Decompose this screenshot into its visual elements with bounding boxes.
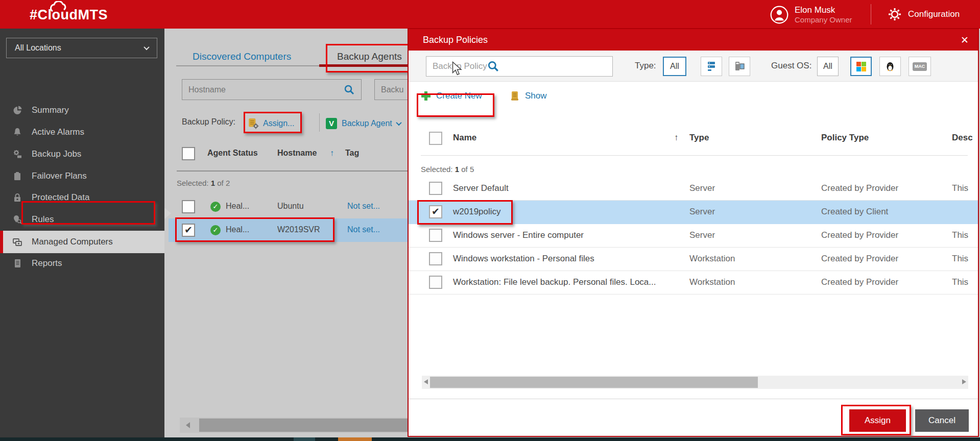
report-doc-icon	[12, 258, 22, 268]
user-avatar-icon	[770, 6, 788, 24]
type-all-button[interactable]: All	[663, 57, 686, 76]
tab-discovered-computers[interactable]: Discovered Computers	[193, 51, 291, 62]
guest-os-all-button[interactable]: All	[817, 57, 839, 76]
scroll-icon	[510, 91, 520, 101]
computers-table-body: Heal... Ubuntu Not set... Heal... W2019S…	[169, 195, 409, 242]
sort-ascending-icon[interactable]: ↑	[330, 149, 334, 158]
policy-row[interactable]: w2019policy Server Created by Client	[409, 201, 978, 224]
policy-description-cell: This	[952, 277, 975, 287]
sidebar-item-label: Reports	[32, 258, 62, 268]
scrollbar-thumb[interactable]	[430, 377, 758, 388]
row-checkbox[interactable]	[182, 224, 195, 237]
col-type[interactable]: Type	[689, 133, 709, 143]
scroll-left-icon[interactable]	[424, 379, 428, 384]
sidebar-item-label: Summary	[32, 105, 69, 115]
taskbar-sliver	[0, 437, 980, 441]
sidebar-item-reports[interactable]: Reports	[0, 253, 164, 274]
policy-type-cell: Workstation	[689, 277, 735, 287]
policy-row[interactable]: Windows workstation - Personal files Wor…	[409, 248, 978, 271]
location-selector[interactable]: All Locations	[6, 38, 157, 58]
select-all-checkbox[interactable]	[182, 147, 195, 160]
sidebar-item-label: Managed Computers	[32, 237, 113, 247]
col-policy-type[interactable]: Policy Type	[821, 133, 869, 143]
col-hostname[interactable]: Hostname	[277, 149, 317, 158]
scrollbar-thumb[interactable]	[199, 419, 408, 432]
sidebar-item-rules[interactable]: Rules	[0, 209, 164, 230]
computers-table-header: Agent Status Hostname ↑ Tag	[169, 147, 409, 162]
windows-icon	[856, 61, 867, 72]
guest-os-mac-button[interactable]: MAC	[909, 57, 931, 76]
col-description[interactable]: Desc	[952, 133, 975, 143]
sidebar-item-failover-plans[interactable]: Failover Plans	[0, 165, 164, 187]
mouse-cursor	[451, 61, 465, 77]
computers-icon	[12, 237, 22, 247]
sidebar-item-summary[interactable]: Summary	[0, 100, 164, 121]
row-checkbox[interactable]	[429, 229, 442, 242]
tag-link[interactable]: Not set...	[347, 225, 380, 234]
sidebar-item-protected-data[interactable]: Protected Data	[0, 187, 164, 208]
scroll-right-icon[interactable]	[962, 379, 966, 384]
policy-row[interactable]: Workstation: File level backup. Personal…	[409, 271, 978, 295]
row-checkbox[interactable]	[429, 205, 442, 218]
type-server-button[interactable]	[701, 57, 722, 76]
create-new-button[interactable]: Create New	[421, 91, 482, 101]
policy-row[interactable]: Windows server - Entire computer Server …	[409, 224, 978, 248]
gear-icon	[887, 6, 903, 22]
taskbar-segment	[338, 437, 372, 441]
computer-row[interactable]: Heal... W2019SVR Not set...	[169, 218, 409, 242]
search-icon[interactable]	[344, 84, 355, 95]
policies-selected-count: Selected: 1 of 5	[421, 165, 474, 174]
assign-policy-button[interactable]: Assign...	[248, 114, 294, 133]
guest-os-windows-button[interactable]	[850, 57, 872, 76]
scroll-left-icon[interactable]	[186, 422, 190, 428]
backup-agent-dropdown[interactable]: Backup Agent	[326, 114, 401, 133]
policy-name-cell: Windows server - Entire computer	[453, 230, 584, 240]
user-role: Company Owner	[795, 15, 852, 24]
policy-type-cell: Server	[689, 183, 715, 193]
show-button[interactable]: Show	[510, 91, 547, 101]
sidebar-item-label: Backup Jobs	[32, 149, 81, 159]
modal-filter-bar: Backup Policy Type: All Guest OS: All MA…	[409, 51, 978, 82]
assign-button[interactable]: Assign	[849, 409, 906, 432]
row-checkbox[interactable]	[182, 200, 195, 213]
sidebar-item-backup-jobs[interactable]: Backup Jobs	[0, 143, 164, 165]
policy-scroll-gear-icon	[248, 118, 259, 129]
cancel-button[interactable]: Cancel	[915, 409, 969, 432]
col-agent-status[interactable]: Agent Status	[207, 149, 258, 158]
policies-table-body: Server Default Server Created by Provide…	[409, 177, 978, 295]
table-header-divider	[177, 170, 409, 172]
tab-backup-agents[interactable]: Backup Agents	[337, 51, 402, 62]
row-checkbox[interactable]	[429, 252, 442, 265]
col-tag[interactable]: Tag	[345, 149, 359, 158]
computer-row[interactable]: Heal... Ubuntu Not set...	[169, 195, 409, 218]
chevron-down-icon	[144, 44, 149, 50]
guest-os-linux-button[interactable]	[879, 57, 901, 76]
policy-policytype-cell: Created by Provider	[821, 277, 898, 287]
policy-row[interactable]: Server Default Server Created by Provide…	[409, 177, 978, 201]
search-icon[interactable]	[487, 60, 499, 72]
server-icon	[706, 61, 717, 72]
hostname-cell: Ubuntu	[277, 202, 304, 211]
user-menu[interactable]: Elon Musk Company Owner	[770, 5, 852, 24]
configuration-button[interactable]: Configuration	[887, 6, 960, 22]
hostname-search-input[interactable]: Hostname	[182, 79, 362, 100]
select-all-checkbox[interactable]	[429, 132, 442, 145]
col-name[interactable]: Name	[453, 133, 476, 143]
sidebar-item-managed-computers[interactable]: Managed Computers	[3, 231, 164, 253]
sidebar-item-active-alarms[interactable]: Active Alarms	[0, 121, 164, 143]
type-workstation-button[interactable]	[729, 57, 750, 76]
tag-link[interactable]: Not set...	[347, 202, 380, 211]
selected-item-notch	[164, 208, 171, 219]
sort-ascending-icon[interactable]: ↑	[674, 133, 679, 143]
tab-underline	[176, 65, 319, 66]
pie-chart-icon	[12, 105, 22, 115]
row-checkbox[interactable]	[429, 182, 442, 195]
backup-policy-label: Backup Policy:	[182, 117, 235, 127]
backup-policies-modal: Backup Policies ✕ Backup Policy Type: Al…	[408, 28, 979, 437]
main-horizontal-scrollbar[interactable]	[180, 418, 408, 433]
row-checkbox[interactable]	[429, 276, 442, 289]
modal-horizontal-scrollbar[interactable]	[422, 376, 968, 389]
app-logo[interactable]: #CloudMTS	[30, 7, 108, 23]
header-divider	[871, 4, 871, 24]
close-icon[interactable]: ✕	[961, 34, 969, 46]
